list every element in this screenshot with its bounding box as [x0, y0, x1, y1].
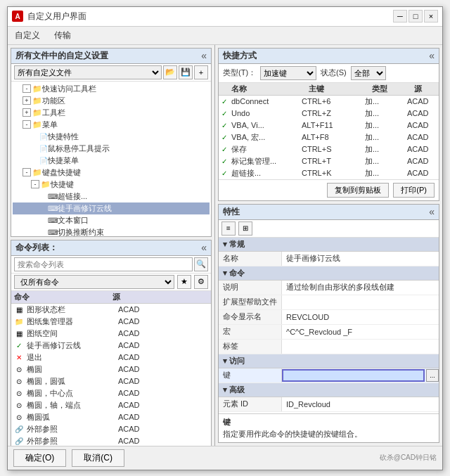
expander-9[interactable]: - — [31, 180, 39, 188]
tree-item-5[interactable]: 📄 快捷特性 — [13, 131, 210, 143]
prop-row-key[interactable]: 键 ... — [219, 368, 439, 383]
command-filter-dropdown[interactable]: 仅所有命令 — [14, 275, 174, 289]
sc-row-0[interactable]: ✓ dbConnect CTRL+6 加... ACAD — [219, 96, 439, 108]
command-search-bar: 🔍 — [11, 256, 211, 274]
expander-2[interactable]: + — [22, 96, 31, 105]
cmd-src-4: ACAD — [118, 353, 140, 361]
cmd-icon-5: ⊙ — [14, 364, 24, 374]
minimize-button[interactable]: ─ — [393, 10, 407, 22]
tree-item-1[interactable]: - 📁 快速访问工具栏 — [13, 83, 210, 95]
cmd-row-11[interactable]: 🔗 外部参照 ACAD — [11, 435, 211, 446]
cmd-row-1[interactable]: 📁 图纸集管理器 ACAD — [11, 316, 211, 328]
tree-item-4[interactable]: - 📁 菜单 — [13, 119, 210, 131]
tree-item-7[interactable]: 📄 快捷菜单 — [13, 155, 210, 167]
sc-key-3: ALT+F8 — [302, 133, 365, 141]
tree-item-3[interactable]: + 📁 工具栏 — [13, 107, 210, 119]
cmd-row-6[interactable]: ⊙ 椭圆，圆弧 ACAD — [11, 375, 211, 387]
folder-icon-2: 📁 — [32, 96, 42, 105]
prop-row-name: 名称 徒手画修订云线 — [219, 252, 439, 266]
expander-4[interactable]: - — [22, 120, 31, 129]
search-button[interactable]: 🔍 — [194, 257, 208, 271]
sc-row-2[interactable]: ✓ VBA, Vi... ALT+F11 加... ACAD — [219, 120, 439, 131]
cmd-row-10[interactable]: 🔗 外部参照 ACAD — [11, 423, 211, 435]
key-input-button[interactable]: ... — [426, 369, 439, 382]
cmd-name-11: 外部参照 — [27, 436, 118, 446]
expander-1[interactable]: - — [22, 84, 31, 93]
tree-item-13[interactable]: ⌨ 切换推断约束 — [13, 226, 210, 236]
customization-collapse-btn[interactable]: « — [201, 50, 207, 61]
expander-8[interactable]: - — [22, 168, 31, 176]
tree-label-3: 工具栏 — [42, 108, 65, 118]
tree-item-11[interactable]: ⌨ 徒手画修订云线 — [13, 202, 210, 214]
status-label: 状态(S) — [321, 67, 347, 78]
shortcut-list-header: 名称 主键 类型 源 — [219, 83, 439, 96]
commands-collapse-btn[interactable]: « — [201, 242, 207, 253]
properties-toolbar: ≡ ⊞ — [219, 220, 439, 238]
type-dropdown[interactable]: 加速键 — [260, 66, 316, 80]
cmd-name-5: 椭圆 — [27, 364, 118, 375]
cmd-row-0[interactable]: ▦ 图形状态栏 ACAD — [11, 304, 211, 316]
cmd-row-8[interactable]: ⊙ 椭圆，轴，端点 ACAD — [11, 399, 211, 411]
cmd-row-5[interactable]: ⊙ 椭圆 ACAD — [11, 364, 211, 375]
tree-item-9[interactable]: - 📁 快捷键 — [13, 179, 210, 191]
prop-row-macro: 宏 ^C^C_Revcloud _F — [219, 325, 439, 340]
key-input[interactable] — [282, 369, 425, 382]
cmd-icon-6: ⊙ — [14, 376, 24, 386]
sc-row-1[interactable]: ✓ Undo CTRL+Z 加... ACAD — [219, 108, 439, 120]
item-icon-13: ⌨ — [48, 229, 58, 236]
copy-to-clipboard-button[interactable]: 复制到剪贴板 — [327, 183, 389, 198]
cmd-row-2[interactable]: ▦ 图纸空间 ACAD — [11, 328, 211, 340]
save-btn[interactable]: 💾 — [179, 65, 193, 79]
prop-label-cmdname: 命令显示名 — [219, 310, 282, 324]
cancel-button[interactable]: 取消(C) — [72, 449, 124, 467]
shortcuts-collapse-btn[interactable]: « — [429, 50, 435, 61]
cmd-icon-3: ✓ — [14, 340, 24, 350]
menu-item-customize[interactable]: 自定义 — [12, 28, 43, 43]
sc-col-src-header: 源 — [414, 84, 436, 94]
item-icon-12: ⌨ — [48, 217, 58, 224]
sc-type-6: 加... — [365, 168, 407, 179]
status-dropdown[interactable]: 全部 — [351, 66, 386, 80]
expander-3[interactable]: + — [22, 108, 31, 117]
cmd-row-7[interactable]: ⊙ 椭圆，中心点 ACAD — [11, 387, 211, 399]
tree-item-10[interactable]: ⌨ 超链接... — [13, 191, 210, 202]
close-button[interactable]: × — [424, 10, 438, 22]
tree-item-6[interactable]: 📄 鼠标悬停工具提示 — [13, 143, 210, 155]
command-search-input[interactable] — [14, 257, 193, 271]
prop-row-helpfile: 扩展型帮助文件 — [219, 295, 439, 310]
cmd-name-4: 退出 — [27, 352, 118, 363]
cmd-src-9: ACAD — [118, 413, 140, 421]
cmd-row-3[interactable]: ✓ 徒手画修订云线 ACAD — [11, 340, 211, 352]
maximize-button[interactable]: □ — [409, 10, 423, 22]
filter-btn1[interactable]: ★ — [177, 275, 191, 289]
cmd-row-9[interactable]: ⊙ 椭圆弧 ACAD — [11, 411, 211, 423]
sc-row-6[interactable]: ✓ 超链接... CTRL+K 加... ACAD — [219, 167, 439, 179]
customization-section: 所有文件中的自定义设置 « 所有自定义文件 📂 💾 + - — [11, 48, 212, 237]
load-btn[interactable]: 📂 — [163, 65, 177, 79]
print-button[interactable]: 打印(P) — [393, 183, 435, 198]
cmd-name-9: 椭圆弧 — [27, 412, 118, 423]
prop-label-helpfile: 扩展型帮助文件 — [219, 295, 282, 309]
tree-label-1: 快速访问工具栏 — [42, 84, 96, 94]
filter-btn2[interactable]: ⚙ — [194, 275, 208, 289]
tree-item-2[interactable]: + 📁 功能区 — [13, 95, 210, 107]
sc-row-5[interactable]: ✓ 标记集管理... CTRL+T 加... ACAD — [219, 155, 439, 167]
file-select-dropdown[interactable]: 所有自定义文件 — [14, 65, 162, 79]
prop-label-elemid: 元素 ID — [219, 397, 282, 411]
sc-key-2: ALT+F11 — [302, 121, 365, 129]
prop-group-access: ▾ 访问 — [219, 354, 439, 368]
sc-src-1: ACAD — [407, 109, 429, 117]
tree-item-8[interactable]: - 📁 键盘快捷键 — [13, 167, 210, 179]
cmd-row-4[interactable]: ✕ 退出 ACAD — [11, 352, 211, 364]
sc-row-4[interactable]: ✓ 保存 CTRL+S 加... ACAD — [219, 143, 439, 155]
tree-item-12[interactable]: ⌨ 文本窗口 — [13, 214, 210, 226]
props-btn-list[interactable]: ≡ — [221, 221, 236, 236]
new-btn[interactable]: + — [194, 65, 208, 79]
sc-row-3[interactable]: ✓ VBA, 宏... ALT+F8 加... ACAD — [219, 131, 439, 143]
shortcuts-section: 快捷方式 « 类型(T)： 加速键 状态(S) 全部 名称 主键 — [218, 48, 439, 201]
ok-button[interactable]: 确定(O) — [13, 449, 66, 467]
sc-key-6: CTRL+K — [302, 169, 365, 177]
menu-item-transfer[interactable]: 传输 — [51, 28, 74, 43]
properties-collapse-btn[interactable]: « — [429, 206, 435, 217]
props-btn-grid[interactable]: ⊞ — [238, 221, 252, 236]
